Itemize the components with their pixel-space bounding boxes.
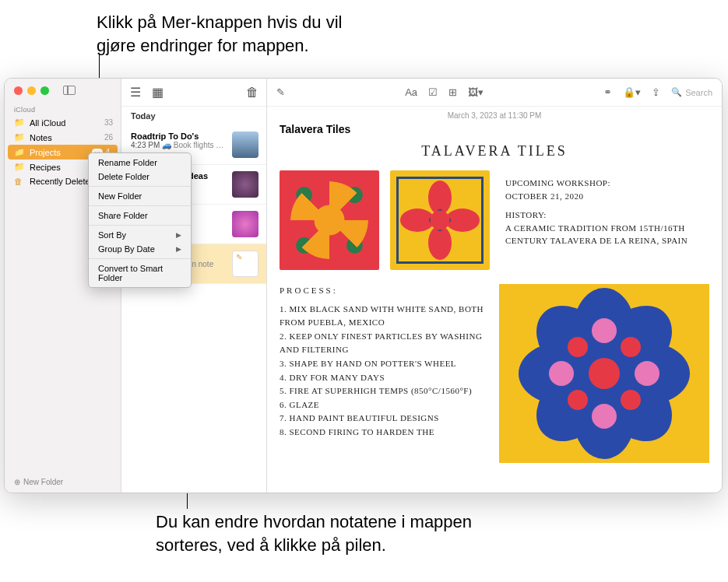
menu-share-folder[interactable]: Share Folder (89, 209, 191, 223)
menu-separator (89, 205, 191, 206)
fullscreen-window-button[interactable] (40, 86, 49, 95)
note-thumbnail (232, 171, 258, 198)
menu-convert-smart-folder[interactable]: Convert to Smart Folder (89, 261, 191, 285)
tile-image-large-flower (499, 284, 709, 463)
new-folder-label: New Folder (23, 478, 63, 486)
grid-view-icon[interactable]: ▦ (151, 87, 164, 98)
sidebar-item-count: 26 (104, 133, 113, 142)
list-date-header: Today (121, 107, 266, 125)
note-content[interactable]: TALAVERA TILES UPCOMING WORKSHOP: OCTOBE… (267, 143, 722, 493)
menu-group-by-date[interactable]: Group By Date▶ (89, 242, 191, 256)
close-window-button[interactable] (14, 86, 23, 95)
lock-icon[interactable]: 🔒▾ (623, 86, 641, 98)
tile-image-yellow (390, 170, 490, 270)
search-input[interactable]: 🔍 Search (671, 87, 712, 97)
trash-icon: 🗑 (14, 177, 25, 186)
sidebar-item-notes[interactable]: 📁 Notes 26 (5, 130, 121, 145)
note-date: March 3, 2023 at 11:30 PM (267, 107, 722, 121)
callout-bottom: Du kan endre hvordan notatene i mappen s… (156, 510, 491, 556)
chevron-right-icon: ▶ (176, 245, 181, 253)
sidebar-item-label: Notes (30, 133, 104, 142)
share-icon[interactable]: ⇪ (652, 86, 660, 98)
process-text: PROCESS: 1. MIX BLACK SAND WITH WHITE SA… (280, 284, 484, 463)
info-text: UPCOMING WORKSHOP: OCTOBER 21, 2020 HIST… (505, 170, 709, 270)
folder-icon: 📁 (14, 117, 25, 128)
folder-icon: 📁 (14, 162, 25, 172)
sidebar-toggle-icon[interactable] (63, 86, 76, 95)
link-icon[interactable]: ⚭ (603, 86, 612, 98)
sidebar-section-header: iCloud (5, 101, 121, 115)
table-icon[interactable]: ⊞ (448, 86, 457, 98)
menu-separator (89, 225, 191, 226)
folder-icon: 📁 (14, 132, 25, 142)
media-icon[interactable]: 🖼▾ (468, 86, 484, 98)
search-icon: 🔍 (671, 87, 682, 97)
menu-separator (89, 186, 191, 187)
minimize-window-button[interactable] (27, 86, 36, 95)
plus-circle-icon: ⊕ (14, 478, 20, 486)
menu-new-folder[interactable]: New Folder (89, 189, 191, 203)
new-folder-button[interactable]: ⊕ New Folder (5, 472, 121, 493)
folder-icon: 📁 (14, 147, 25, 157)
note-main-title: Talavera Tiles (267, 121, 722, 143)
note-thumbnail (232, 211, 258, 237)
menu-sort-by[interactable]: Sort By▶ (89, 228, 191, 242)
note-thumbnail (232, 251, 258, 277)
menu-delete-folder[interactable]: Delete Folder (89, 170, 191, 184)
list-view-icon[interactable]: ☰ (129, 87, 142, 98)
search-placeholder: Search (685, 88, 712, 97)
note-thumbnail (232, 131, 258, 158)
callout-top: Klikk på Mer-knappen hvis du vil gjøre e… (97, 11, 361, 57)
checklist-icon[interactable]: ☑ (428, 86, 438, 98)
note-title: Roadtrip To Do's (131, 131, 227, 141)
note-editor: ✎ Aa ☑ ⊞ 🖼▾ ⚭ 🔒▾ ⇪ 🔍 Search March 3, 202… (267, 79, 722, 493)
sidebar-item-label: Projects (30, 148, 92, 157)
sidebar-item-all-icloud[interactable]: 📁 All iCloud 33 (5, 115, 121, 130)
sidebar-item-label: All iCloud (30, 118, 104, 128)
chevron-right-icon: ▶ (176, 231, 181, 239)
compose-icon[interactable]: ✎ (276, 86, 285, 98)
sidebar-item-count: 33 (104, 118, 113, 127)
format-text-icon[interactable]: Aa (405, 86, 417, 98)
note-subtitle: 4:23 PM 🚙 Book flights 🏨... (131, 141, 227, 149)
trash-icon[interactable]: 🗑 (246, 87, 258, 98)
menu-separator (89, 258, 191, 259)
menu-rename-folder[interactable]: Rename Folder (89, 156, 191, 170)
editor-toolbar: ✎ Aa ☑ ⊞ 🖼▾ ⚭ 🔒▾ ⇪ 🔍 Search (267, 79, 722, 107)
list-toolbar: ☰ ▦ 🗑 (121, 79, 266, 107)
handwritten-title: TALAVERA TILES (280, 143, 709, 160)
tile-image-orange (280, 170, 379, 270)
folder-context-menu: Rename Folder Delete Folder New Folder S… (88, 153, 192, 288)
